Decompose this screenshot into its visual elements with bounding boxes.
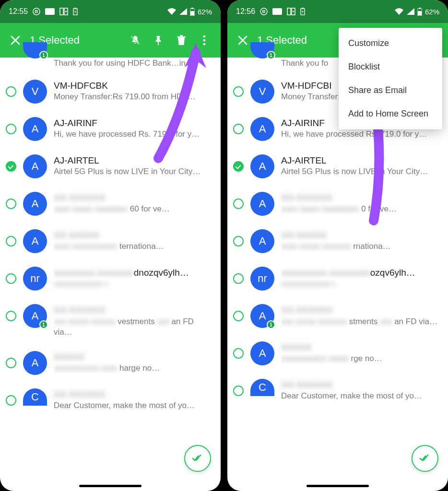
select-radio[interactable] [6,311,16,321]
compose-fab[interactable] [184,445,211,472]
list-item[interactable]: A XX-XXXXXX xxxx xxxxx xxxxxxxxx 0 for v… [227,185,448,222]
msg-sender: AJ-AIRTEL [281,155,440,166]
list-item[interactable]: A AJ-AIRINF Hi, we have processed Rs. 71… [0,110,221,148]
svg-text:B: B [35,9,38,14]
select-radio[interactable] [233,124,244,134]
avatar: A [250,341,274,365]
list-item[interactable]: V VM-HDFCBK Money Transfer:Rs 719.00 fro… [0,73,221,110]
status-icon-paytm [272,8,282,15]
select-radio[interactable] [6,236,16,246]
msg-sender: XX-XXXXXX [281,380,440,390]
select-radio[interactable] [233,273,244,284]
list-item[interactable]: A XXXXX xxxxxxxxxxx xxxx harge no… [0,344,221,382]
msg-sender: XX-XXXXXX [281,193,440,203]
select-radio[interactable] [233,311,244,321]
mute-button[interactable] [124,29,147,52]
signal-icon [179,8,187,15]
menu-blocklist[interactable]: Blocklist [339,55,442,79]
more-button[interactable] [193,29,216,52]
menu-customize[interactable]: Customize [339,32,442,55]
avatar: A [23,192,47,216]
list-item[interactable]: C XX-XXXXXX Dear Customer, make the most… [0,382,221,410]
svg-point-13 [203,39,206,42]
select-radio[interactable] [233,161,244,172]
list-item[interactable]: nr xxxxxxxxx xxxxxxxxdnozqv6ylh… xxxxxxx… [0,260,221,297]
list-item[interactable]: A XX-XXXXX xxxx xxxxx xxxxxxx rnationa… [227,222,448,260]
avatar: A 1 [250,304,274,328]
select-radio[interactable] [6,86,16,97]
select-radio[interactable] [233,348,244,359]
avatar: A [250,154,274,178]
select-radio[interactable] [6,358,16,368]
msg-preview: Airtel 5G Plus is now LIVE in Your City… [54,167,213,176]
svg-rect-18 [287,8,291,15]
avatar: A [23,117,47,141]
svg-rect-8 [191,8,193,9]
msg-preview: Airtel 5G Plus is now LIVE in Your City… [281,167,440,176]
wifi-icon [167,8,177,15]
list-item[interactable]: A AJ-AIRTEL Airtel 5G Plus is now LIVE i… [227,148,448,185]
msg-preview: Hi, we have processed Rs. 719.0 for y… [54,129,213,139]
list-item[interactable]: C XX-XXXXXX Dear Customer, make the most… [227,372,448,401]
unread-badge: 1 [39,320,48,329]
avatar: A 1 [23,304,47,328]
list-item[interactable]: nr xxxxxxxxxx xxxxxxxxxozqv6ylh… xxxxxxx… [227,260,448,297]
svg-rect-21 [302,8,304,9]
select-radio[interactable] [233,199,244,209]
avatar: A [250,192,274,216]
msg-preview: xxx xxxxx xxxxxx vestments xxx an FD via… [54,316,213,338]
list-item[interactable]: A 1 XX-XXXXXX xxx xxxxx xxxxxxx stments … [227,297,448,335]
select-radio[interactable] [233,86,244,97]
msg-sender: VM-HDFCBK [54,81,213,91]
status-bar: 12:56 B 62% [227,0,448,23]
msg-preview: Dear Customer, make the most of yo… [281,391,440,401]
msg-sender: XX-XXXXXX [54,193,213,203]
list-item[interactable]: A XXXXX xxxxxxxxxxx xxxxx rge no… [227,335,448,372]
avatar: A [250,229,274,253]
overflow-menu: Customize Blocklist Share as Email Add t… [339,28,442,129]
unread-badge: 1 [267,51,275,59]
list-item[interactable]: A XX-XXXXX xxxx xxxxxxxxxxx ternationa… [0,222,221,260]
compose-fab[interactable] [412,445,438,472]
avatar: V [250,80,274,104]
status-time: 12:56 [236,7,255,16]
svg-point-12 [203,35,206,38]
wifi-icon [394,8,404,15]
unread-badge: 1 [267,320,275,329]
list-item[interactable]: A 1 XX-XXXXXX xxx xxxxx xxxxxx vestments… [0,297,221,344]
status-icon-paytm [45,8,55,15]
list-item[interactable]: A XX-XXXXXX xxxx xxxxx xxxxxxxx 60 for v… [0,185,221,222]
msg-sender: AJ-AIRINF [54,118,213,129]
avatar: nr [23,267,47,291]
status-icon-battery-small [73,8,78,15]
select-radio[interactable] [233,236,244,246]
select-radio[interactable] [6,273,16,284]
delete-button[interactable] [170,29,193,52]
select-radio[interactable] [6,395,16,406]
svg-point-14 [203,43,206,46]
svg-rect-24 [418,11,422,15]
select-radio[interactable] [6,124,16,134]
phone-right: 12:56 B 62% 1 Selected 1 Thank you fo [227,0,448,491]
status-icon-battery-small [300,8,305,15]
menu-add-home[interactable]: Add to Home Screen [339,102,442,126]
msg-sender: XXXXX [54,352,213,362]
pin-button[interactable] [147,29,170,52]
avatar: A [23,154,47,178]
unread-badge: 1 [39,51,48,59]
list-item[interactable]: A AJ-AIRTEL Airtel 5G Plus is now LIVE i… [0,148,221,185]
status-bar: 12:55 B 62% [0,0,221,23]
msg-sender: XX-XXXXX [54,230,213,241]
avatar: A [23,229,47,253]
select-radio[interactable] [233,386,244,396]
avatar: C [250,379,274,396]
msg-preview: xxxx xxxxx xxxxxxxxx 0 for ve… [281,204,440,214]
svg-rect-9 [190,11,194,15]
menu-share-email[interactable]: Share as Email [339,79,442,102]
select-radio[interactable] [6,161,16,172]
avatar: A [250,117,274,141]
battery-icon [190,8,195,16]
msg-preview: xxxx xxxxxxxxxxx ternationa… [54,242,213,251]
list-item[interactable]: 1 Thank you for using HDFC Bank…in… [0,57,221,73]
select-radio[interactable] [6,199,16,209]
